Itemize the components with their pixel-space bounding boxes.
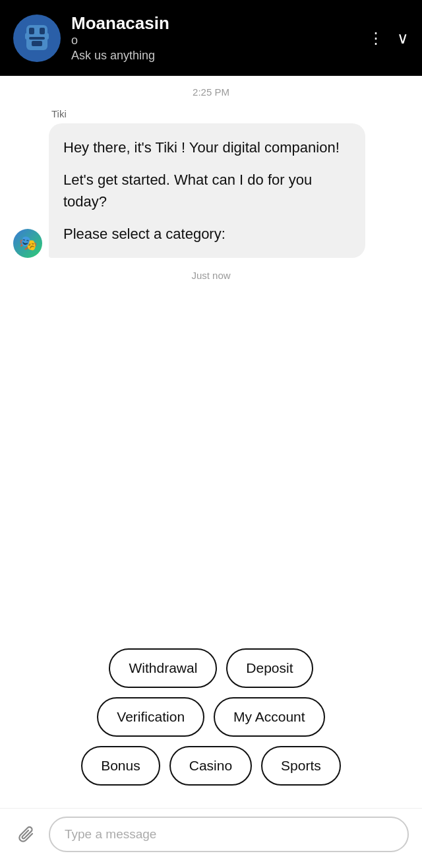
my-account-btn[interactable]: My Account — [214, 697, 325, 737]
sports-btn[interactable]: Sports — [261, 746, 341, 786]
svg-rect-1 — [29, 28, 34, 34]
svg-rect-4 — [32, 41, 42, 46]
chat-header: Moanacasin o Ask us anything ⋮ ∨ — [0, 0, 422, 76]
categories-area: Withdrawal Deposit Verification My Accou… — [0, 638, 422, 808]
bonus-btn[interactable]: Bonus — [81, 746, 160, 786]
category-row-3: Bonus Casino Sports — [13, 746, 409, 786]
category-row-2: Verification My Account — [13, 697, 409, 737]
bottom-timestamp: Just now — [13, 270, 409, 281]
svg-rect-6 — [45, 33, 49, 40]
header-actions: ⋮ ∨ — [368, 29, 409, 47]
online-status: o — [71, 34, 357, 47]
sender-name: Tiki — [49, 108, 365, 119]
svg-rect-2 — [40, 28, 45, 34]
svg-rect-5 — [25, 33, 29, 40]
more-options-icon[interactable]: ⋮ — [368, 29, 384, 47]
withdrawal-btn[interactable]: Withdrawal — [109, 648, 217, 688]
message-input[interactable] — [49, 817, 409, 852]
brand-logo-icon — [20, 21, 54, 55]
chat-area: 2:25 PM 🎭 Tiki Hey there, it's Tiki ! Yo… — [0, 76, 422, 638]
bot-avatar: 🎭 — [13, 229, 42, 258]
paperclip-icon — [17, 825, 36, 844]
message-text-2: Let's get started. What can I do for you… — [63, 169, 351, 212]
bot-message-row: 🎭 Tiki Hey there, it's Tiki ! Your digit… — [13, 108, 409, 258]
message-bubble: Hey there, it's Tiki ! Your digital comp… — [49, 123, 365, 258]
brand-name: Moanacasin — [71, 13, 357, 34]
message-text-1: Hey there, it's Tiki ! Your digital comp… — [63, 137, 351, 158]
message-text-3: Please select a category: — [63, 223, 351, 245]
input-area — [0, 808, 422, 868]
svg-rect-3 — [29, 37, 45, 40]
attach-button[interactable] — [13, 821, 40, 848]
brand-avatar — [13, 15, 61, 62]
bot-message-col: Tiki Hey there, it's Tiki ! Your digital… — [49, 108, 365, 258]
category-row-1: Withdrawal Deposit — [13, 648, 409, 688]
header-info: Moanacasin o Ask us anything — [71, 13, 357, 63]
header-subtitle: Ask us anything — [71, 49, 357, 63]
casino-btn[interactable]: Casino — [169, 746, 252, 786]
verification-btn[interactable]: Verification — [97, 697, 204, 737]
collapse-icon[interactable]: ∨ — [397, 29, 409, 47]
deposit-btn[interactable]: Deposit — [226, 648, 313, 688]
top-timestamp: 2:25 PM — [13, 86, 409, 98]
